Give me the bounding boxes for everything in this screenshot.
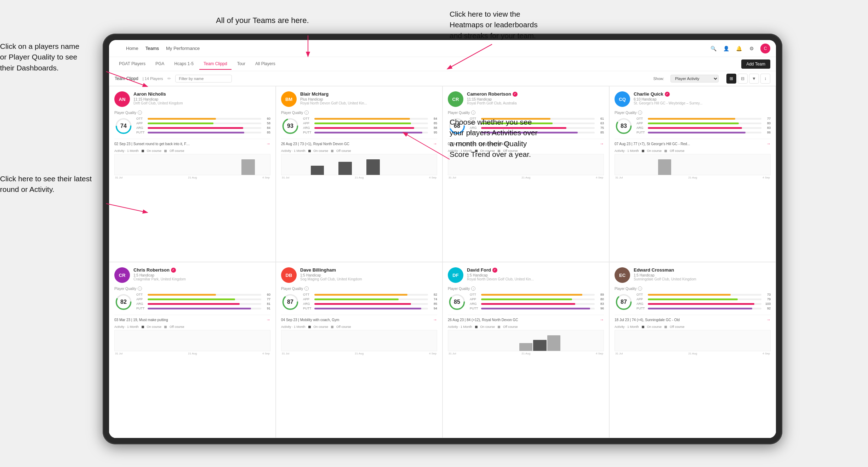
sort-icon[interactable]: ↕: [760, 74, 770, 84]
nav-teams[interactable]: Teams: [145, 44, 159, 52]
stat-bar-container: [314, 127, 428, 129]
score-circle[interactable]: 85: [448, 293, 466, 311]
latest-round[interactable]: 26 Aug 23 | 84 (+12), Royal North Devon …: [448, 315, 604, 322]
info-icon[interactable]: i: [304, 110, 309, 115]
player-name[interactable]: Cameron Robertson ✓: [467, 91, 604, 97]
tab-all-players[interactable]: All Players: [251, 58, 280, 70]
chart-date: 31 Jul: [615, 176, 623, 179]
quality-content[interactable]: 87 OTT 73 APP 79 ARG: [615, 293, 771, 311]
tab-pgat[interactable]: PGAT Players: [115, 58, 150, 70]
info-icon[interactable]: i: [138, 110, 142, 115]
add-team-button[interactable]: Add Team: [741, 59, 770, 69]
score-circle[interactable]: 93: [281, 117, 299, 135]
player-avatar[interactable]: CR: [448, 91, 463, 107]
nav-my-performance[interactable]: My Performance: [166, 44, 200, 52]
score-circle[interactable]: 87: [281, 293, 299, 311]
player-avatar[interactable]: EC: [615, 267, 630, 283]
info-icon[interactable]: i: [638, 110, 642, 115]
player-avatar[interactable]: BM: [281, 91, 297, 107]
info-icon[interactable]: i: [304, 286, 309, 291]
arrow-right-icon[interactable]: →: [266, 141, 270, 146]
latest-round[interactable]: 26 Aug 23 | 73 (+1), Royal North Devon G…: [281, 139, 437, 146]
score-circle[interactable]: 83: [615, 117, 633, 135]
player-handicap: Plus Handicap: [300, 97, 437, 101]
chart-date: 4 Sep: [596, 176, 603, 179]
filter-input[interactable]: [175, 75, 232, 82]
latest-round[interactable]: 07 Aug 23 | 77 (+7), St George's Hill GC…: [615, 139, 771, 146]
info-icon[interactable]: i: [638, 286, 642, 291]
player-card: EC Edward Crossman 1:5 Handicap Sunningd…: [609, 262, 776, 438]
search-icon[interactable]: 🔍: [709, 45, 717, 52]
player-avatar[interactable]: AN: [114, 91, 130, 107]
show-select[interactable]: Player Activity Quality Score Trend: [670, 75, 719, 82]
score-circle[interactable]: 87: [615, 293, 633, 311]
player-info: Chris Robertson ✓ 1:5 Handicap Craigmill…: [133, 267, 270, 281]
filter-icon[interactable]: ▼: [749, 74, 759, 84]
nav-home[interactable]: Home: [126, 44, 138, 52]
chart-bar: [519, 343, 532, 351]
stats-bars: OTT 73 APP 79 ARG 103 P: [636, 293, 771, 311]
arrow-right-icon[interactable]: →: [766, 141, 771, 146]
settings-icon[interactable]: ⚙: [748, 45, 755, 52]
info-icon[interactable]: i: [471, 110, 475, 115]
arrow-right-icon[interactable]: →: [433, 317, 437, 322]
chart-date: 21 Aug: [688, 352, 697, 355]
chart-date: 31 Jul: [449, 352, 456, 355]
grid-large-icon[interactable]: ⊞: [726, 74, 736, 84]
arrow-right-icon[interactable]: →: [766, 317, 771, 322]
stat-value: 74: [429, 297, 437, 301]
stat-bar-container: [148, 132, 261, 133]
stat-row: APP 79: [636, 297, 771, 301]
player-name[interactable]: David Ford ✓: [467, 267, 604, 273]
oncourse-legend: [475, 326, 478, 328]
player-avatar[interactable]: DB: [281, 267, 297, 283]
player-name[interactable]: Aaron Nicholls: [133, 91, 270, 97]
stat-bar: [481, 303, 575, 305]
info-icon[interactable]: i: [138, 286, 142, 291]
stat-row: ARG 81: [136, 302, 270, 306]
quality-content[interactable]: 87 OTT 82 APP 74 ARG: [281, 293, 437, 311]
arrow-right-icon[interactable]: →: [600, 317, 604, 322]
stat-row: OTT 84: [303, 117, 437, 120]
stat-label: PUTT: [636, 131, 646, 134]
tab-team-clippd[interactable]: Team Clippd: [199, 58, 232, 70]
quality-content[interactable]: 83 OTT 77 APP 80 ARG: [615, 117, 771, 135]
arrow-right-icon[interactable]: →: [600, 141, 604, 146]
stat-row: ARG 83: [470, 302, 604, 306]
avatar-icon[interactable]: C: [760, 44, 770, 53]
edit-icon[interactable]: ✏: [167, 76, 171, 81]
stat-bar-container: [648, 303, 761, 305]
score-circle[interactable]: 74: [114, 117, 133, 135]
score-circle[interactable]: 82: [114, 293, 133, 311]
latest-round[interactable]: 02 Sep 23 | Sunset round to get back int…: [114, 139, 270, 146]
quality-label: Player Quality i: [281, 286, 437, 291]
player-name[interactable]: Charlie Quick ✓: [634, 91, 771, 97]
user-icon[interactable]: 👤: [722, 45, 730, 52]
chart-bars: [115, 333, 270, 351]
quality-content[interactable]: 82 OTT 60 APP 77 ARG: [114, 293, 270, 311]
oncourse-legend: [308, 150, 311, 152]
grid-small-icon[interactable]: ⊟: [738, 74, 748, 84]
player-name[interactable]: Dave Billingham: [300, 267, 437, 273]
arrow-right-icon[interactable]: →: [433, 141, 437, 146]
quality-content[interactable]: 85 OTT 89 APP 80 ARG: [448, 293, 604, 311]
player-avatar[interactable]: CR: [114, 267, 130, 283]
latest-round[interactable]: 18 Jul 23 | 74 (+4), Sunningdale GC - Ol…: [615, 315, 771, 322]
tab-pga[interactable]: PGA: [151, 58, 169, 70]
latest-round[interactable]: 04 Sep 23 | Mobility with coach, Gym →: [281, 315, 437, 322]
arrow-right-icon[interactable]: →: [266, 317, 270, 322]
player-avatar[interactable]: CQ: [615, 91, 630, 107]
player-name[interactable]: Chris Robertson ✓: [133, 267, 270, 273]
quality-content[interactable]: 93 OTT 84 APP 85 ARG: [281, 117, 437, 135]
bell-icon[interactable]: 🔔: [735, 45, 743, 52]
tab-hcaps[interactable]: Hcaps 1-5: [170, 58, 198, 70]
player-name[interactable]: Edward Crossman: [634, 267, 771, 273]
activity-label: Activity · 1 Month On course Off course: [615, 149, 771, 153]
stat-label: ARG: [303, 126, 313, 130]
tab-tour[interactable]: Tour: [233, 58, 250, 70]
player-avatar[interactable]: DF: [448, 267, 463, 283]
latest-round[interactable]: 03 Mar 23 | 19, Must make putting →: [114, 315, 270, 322]
info-icon[interactable]: i: [471, 286, 475, 291]
player-name[interactable]: Blair McHarg: [300, 91, 437, 97]
quality-content[interactable]: 74 OTT 60 APP 58 ARG: [114, 117, 270, 135]
